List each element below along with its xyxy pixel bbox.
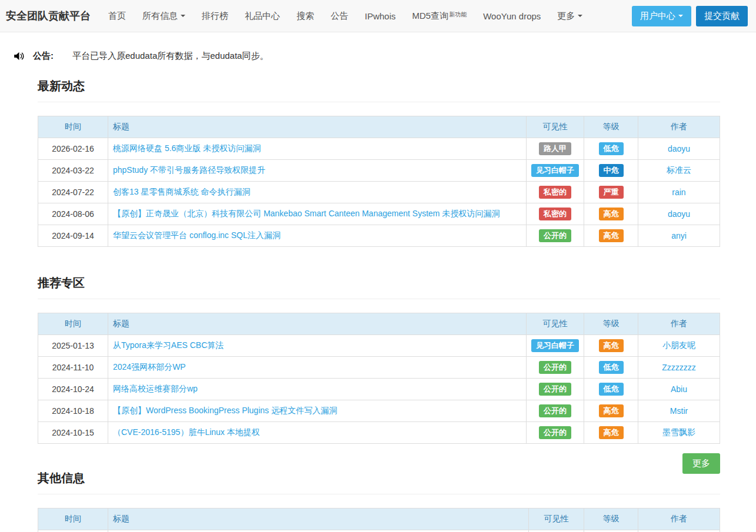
new-feature-tag: 新功能: [449, 11, 467, 19]
row-author: daoyu: [638, 138, 720, 160]
col-header-author: 作者: [638, 508, 720, 530]
row-level: 严重: [584, 182, 638, 203]
title-link[interactable]: 从Typora来学习AES CBC算法: [113, 340, 224, 350]
table-row: 2024-10-18 【原创】WordPress BookingPress Pl…: [38, 400, 720, 422]
row-title: 华望云会议管理平台 conflog.inc SQL注入漏洞: [108, 225, 527, 247]
speaker-icon: [13, 50, 25, 62]
row-level: 低危: [584, 379, 638, 400]
level-badge: 低危: [599, 142, 624, 155]
nav-item-all-info[interactable]: 所有信息: [142, 11, 185, 22]
author-link[interactable]: Abiu: [671, 384, 687, 394]
row-level: 中危: [584, 160, 638, 182]
level-badge: 严重: [599, 186, 624, 199]
table-row: 2024-09-14 华望云会议管理平台 conflog.inc SQL注入漏洞…: [38, 225, 720, 247]
row-visibility: 公开的: [527, 379, 584, 400]
level-badge: 高危: [599, 339, 624, 352]
col-header-visibility: 可见性: [527, 313, 584, 335]
author-link[interactable]: Mstir: [670, 406, 688, 416]
row-date: 2024-11-10: [38, 357, 108, 379]
nav-item-gift-center[interactable]: 礼品中心: [245, 11, 280, 22]
row-visibility: 公开的: [527, 400, 584, 422]
nav-item-more[interactable]: 更多: [557, 11, 582, 22]
title-link[interactable]: 【原创】WordPress BookingPress Plugins 远程文件写…: [113, 406, 337, 415]
row-visibility: 见习白帽子: [527, 160, 584, 182]
submit-contribution-label: 提交贡献: [704, 11, 740, 22]
chevron-down-icon: [578, 15, 582, 17]
title-link[interactable]: 创客13 星零售商城系统 命令执行漏洞: [113, 187, 250, 196]
row-visibility: 私密的: [527, 182, 584, 203]
section-title: 其他信息: [38, 470, 720, 494]
row-title: 【原创】正奇晟业（北京）科技有限公司 Mankebao Smart Cantee…: [108, 203, 527, 225]
announcement-label: 公告:: [33, 51, 54, 62]
nav-item-wooyun-drops[interactable]: WooYun drops: [483, 11, 541, 21]
nav-item-md5[interactable]: MD5查询新功能: [412, 11, 467, 22]
author-link[interactable]: 小朋友呢: [662, 340, 695, 350]
col-header-title: 标题: [108, 313, 527, 335]
row-level: 高危: [584, 225, 638, 247]
level-badge: 高危: [599, 208, 624, 220]
row-author: Mstir: [638, 400, 720, 422]
row-level: [584, 530, 638, 532]
row-date: 2025-01-13: [38, 335, 108, 357]
nav-item-announcement[interactable]: 公告: [331, 11, 348, 22]
navbar: 安全团队贡献平台 首页 所有信息 排行榜 礼品中心 搜索 公告 IPwhois …: [0, 0, 756, 32]
level-badge: 高危: [599, 404, 624, 417]
title-link[interactable]: （CVE-2016-5195）脏牛Linux 本地提权: [113, 427, 260, 437]
title-link[interactable]: 桃源网络硬盘 5.6商业版 未授权访问漏洞: [113, 143, 261, 153]
title-link[interactable]: phpStudy 不带引号服务路径导致权限提升: [113, 165, 265, 175]
title-link[interactable]: 2024强网杯部分WP: [113, 362, 186, 372]
col-header-level: 等级: [584, 508, 638, 530]
row-title: 2024强网杯部分WP: [108, 357, 527, 379]
row-title: 从Typora来学习AES CBC算法: [108, 335, 527, 357]
row-date: 2024-10-24: [38, 379, 108, 400]
col-header-title: 标题: [108, 116, 527, 138]
nav-item-ranking[interactable]: 排行榜: [202, 11, 228, 22]
section-recommended: 推荐专区 时间 标题 可见性 等级 作者 2025-01-13 从Typora来…: [38, 275, 720, 444]
row-title: 创客13 星零售商城系统 命令执行漏洞: [108, 182, 527, 203]
user-center-button[interactable]: 用户中心: [632, 6, 691, 26]
author-link[interactable]: 标准云: [667, 165, 691, 175]
col-header-time: 时间: [38, 508, 108, 530]
col-header-time: 时间: [38, 313, 108, 335]
col-header-level: 等级: [584, 313, 638, 335]
row-level: 低危: [584, 138, 638, 160]
other-info-table: 时间 标题 可见性 等级 作者: [38, 508, 720, 532]
row-visibility: 路人甲: [527, 138, 584, 160]
row-date: 2024-03-22: [38, 160, 108, 182]
nav-item-label: 所有信息: [142, 11, 178, 22]
author-link[interactable]: anyi: [671, 231, 687, 240]
row-author: 小朋友呢: [638, 335, 720, 357]
main-content: 最新动态 时间 标题 可见性 等级 作者 2026-02-16 桃源网络硬盘 5…: [38, 78, 720, 532]
author-link[interactable]: daoyu: [668, 144, 690, 153]
title-link[interactable]: 华望云会议管理平台 conflog.inc SQL注入漏洞: [113, 230, 281, 240]
col-header-visibility: 可见性: [529, 508, 584, 530]
brand[interactable]: 安全团队贡献平台: [6, 9, 91, 23]
more-button[interactable]: 更多: [682, 453, 720, 474]
row-title: phpStudy 不带引号服务路径导致权限提升: [108, 160, 527, 182]
author-link[interactable]: rain: [672, 188, 685, 197]
row-visibility: 公开的: [527, 422, 584, 444]
visibility-badge: 公开的: [539, 361, 571, 374]
level-badge: 高危: [599, 426, 624, 439]
author-link[interactable]: Zzzzzzzz: [662, 363, 696, 372]
nav-item-search[interactable]: 搜索: [297, 11, 314, 22]
row-date: 2024-07-22: [38, 182, 108, 203]
title-link[interactable]: 网络高校运维赛部分wp: [113, 384, 198, 393]
row-title: [108, 530, 529, 532]
row-author: rain: [638, 182, 720, 203]
submit-contribution-button[interactable]: 提交贡献: [696, 6, 748, 26]
announcement-bar: 公告: 平台已导入原edudata所有数据，与edudata同步。: [13, 50, 756, 62]
visibility-badge: 公开的: [539, 383, 571, 396]
chevron-down-icon: [181, 15, 185, 17]
author-link[interactable]: 墨雪飘影: [662, 427, 695, 437]
visibility-badge: 见习白帽子: [531, 164, 579, 177]
author-link[interactable]: daoyu: [668, 209, 690, 219]
col-header-title: 标题: [108, 508, 529, 530]
nav-item-label: 排行榜: [202, 11, 228, 22]
row-author: 墨雪飘影: [638, 422, 720, 444]
nav-item-ipwhois[interactable]: IPwhois: [365, 11, 396, 21]
nav-item-home[interactable]: 首页: [108, 11, 126, 22]
col-header-author: 作者: [638, 313, 720, 335]
title-link[interactable]: 【原创】正奇晟业（北京）科技有限公司 Mankebao Smart Cantee…: [113, 209, 499, 218]
row-title: 【原创】WordPress BookingPress Plugins 远程文件写…: [108, 400, 527, 422]
